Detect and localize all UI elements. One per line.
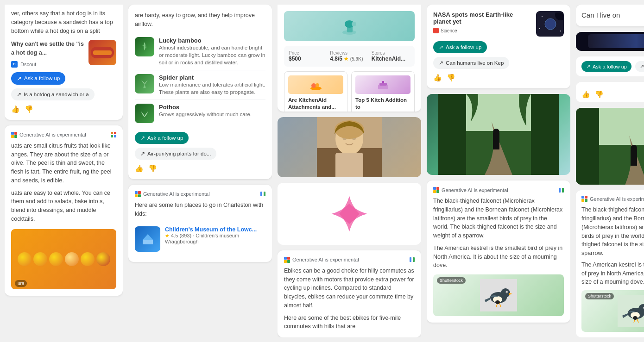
spider-info: Spider plant Low maintenance and tolerat… bbox=[159, 74, 265, 96]
nasa-thumbdown[interactable]: 👎 bbox=[447, 74, 455, 82]
bamboo-thumb bbox=[135, 37, 154, 56]
hotdog-sandwich-btn[interactable]: ↗ Is a hotdog a sandwich or a bbox=[11, 88, 95, 100]
falconet-bird-icon bbox=[480, 279, 517, 311]
kumquat-ai-icon bbox=[11, 132, 17, 138]
price-value: $500 bbox=[289, 56, 327, 62]
stores-value: KitchenAid... bbox=[372, 56, 410, 62]
svg-rect-32 bbox=[531, 94, 559, 175]
charleston-grid-green bbox=[138, 194, 141, 197]
space-partial-image bbox=[576, 32, 644, 51]
kumquat-fruit-4 bbox=[65, 252, 79, 266]
partial-ask-btn[interactable]: ↗ Ask a follow up bbox=[581, 61, 631, 72]
column-3: Price $500 Reviews 4.8/5 ★ (5.9K) Stores… bbox=[278, 5, 421, 337]
falconet-partial-badge: Generative AI is experimental bbox=[581, 196, 644, 202]
plants-ask-followup-btn[interactable]: ↗ Ask a follow up bbox=[135, 132, 189, 144]
plants-vote-row: 👍 👎 bbox=[135, 164, 265, 173]
plants-followup-icon: ↗ bbox=[140, 135, 145, 141]
review-count: (5.9K) bbox=[350, 56, 363, 62]
ebike-grid-red bbox=[287, 257, 290, 260]
nasa-humans-icon: ↗ bbox=[439, 60, 443, 66]
ebike-menu-icon[interactable] bbox=[410, 257, 415, 262]
nasa-ask-label: Ask a follow up bbox=[446, 44, 481, 50]
partial-vote-row: 👍 👎 bbox=[581, 90, 644, 99]
nasa-ask-icon: ↗ bbox=[439, 44, 443, 50]
charleston-text: Here are some fun places to go in Charle… bbox=[135, 201, 265, 218]
reviews-score: 4.8/5 bbox=[330, 56, 342, 62]
hotdog-thumbup[interactable]: 👍 bbox=[11, 105, 20, 113]
nasa-thumbup[interactable]: 👍 bbox=[433, 74, 442, 82]
pothos-info: Pothos Grows aggressively without much c… bbox=[159, 104, 252, 118]
svg-point-7 bbox=[311, 83, 316, 88]
hotdog-partial-card: ver, others say that a hot dog is in its… bbox=[5, 5, 123, 120]
kumquat-menu-icon[interactable] bbox=[111, 132, 116, 137]
plants-thumbup[interactable]: 👍 bbox=[135, 164, 144, 173]
plants-thumbdown[interactable]: 👎 bbox=[148, 164, 157, 173]
ebike-grid-yellow bbox=[284, 260, 287, 263]
charleston-menu-icon[interactable] bbox=[260, 192, 265, 196]
plant-item-pothos: Pothos Grows aggressively without much c… bbox=[135, 100, 265, 127]
plant-item-bamboo: Lucky bamboo Almost indestructible, and … bbox=[135, 33, 265, 70]
plants-airpurify-icon: ↗ bbox=[140, 150, 145, 157]
svg-rect-48 bbox=[631, 149, 637, 166]
reviews-star: ★ bbox=[344, 56, 348, 62]
falconet-menu-icon[interactable] bbox=[559, 188, 564, 193]
kumquat-fruit-2 bbox=[33, 252, 47, 266]
falconet-ai-icon bbox=[433, 187, 439, 193]
kitchenaid-link2[interactable]: Top 5 Kitch Addition to c cakemake bbox=[351, 71, 415, 112]
followup-partial-card: ↗ Ask a follow up ↗ Can humans live on K… bbox=[576, 56, 644, 76]
svg-point-25 bbox=[539, 28, 540, 29]
partial-humans-btn[interactable]: ↗ Can humans live on Kep bbox=[635, 61, 644, 72]
hotdog-image bbox=[88, 40, 116, 65]
ebike-text2: Here are some of the best ebikes for fiv… bbox=[284, 314, 415, 331]
falconet-partial-bird-icon bbox=[618, 295, 644, 327]
nasa-badge: Science bbox=[433, 28, 531, 33]
ebike-card: Generative AI is experimental Ebikes can… bbox=[278, 250, 421, 337]
nature-image bbox=[427, 94, 570, 175]
partial-vote-card: 👍 👎 bbox=[576, 82, 644, 102]
svg-point-34 bbox=[493, 129, 499, 135]
link2-thumb bbox=[355, 75, 410, 94]
svg-point-37 bbox=[501, 288, 510, 298]
falconet-p-grid-yellow bbox=[581, 199, 584, 202]
falconet-card: Generative AI is experimental The black-… bbox=[427, 180, 570, 323]
kitchenaid-link1[interactable]: Are KitchenAid Attachments and... K Kitc… bbox=[284, 71, 347, 112]
kitchenaid-card: Price $500 Reviews 4.8/5 ★ (5.9K) Stores… bbox=[278, 5, 421, 112]
hotdog-vote-row: 👍 👎 bbox=[11, 105, 116, 113]
museum-item: Children's Museum of the Lowc... ★ 4.5 (… bbox=[135, 223, 265, 255]
partial-thumbdown[interactable]: 👎 bbox=[595, 90, 604, 99]
nasa-humans-btn[interactable]: ↗ Can humans live on Kep bbox=[433, 57, 509, 69]
falconet-partial-text2: The American kestrel is the smallest bir… bbox=[581, 261, 644, 286]
ebike-ai-label: Generative AI is experimental bbox=[292, 257, 359, 262]
plants-card: are hardy, easy to grow, and they help i… bbox=[128, 5, 272, 179]
kumquat-text1: uats are small citrus fruits that look l… bbox=[11, 142, 116, 185]
hotdog-sandwich-icon: ↗ bbox=[17, 91, 21, 98]
partial-humans-icon: ↗ bbox=[640, 63, 644, 69]
partial-thumbup[interactable]: 👍 bbox=[581, 90, 590, 99]
ebike-text1: Ebikes can be a good choice for hilly co… bbox=[284, 267, 415, 310]
pothos-desc: Grows aggressively without much care. bbox=[159, 111, 252, 118]
plants-airpurify-label: Air-purifying plants for do... bbox=[147, 151, 211, 156]
link2-title: Top 5 Kitch Addition to bbox=[355, 97, 410, 111]
cake-icon bbox=[377, 79, 390, 91]
pothos-name: Pothos bbox=[159, 104, 252, 111]
hotdog-thumbdown[interactable]: 👎 bbox=[25, 105, 33, 113]
forest-partial-card bbox=[576, 108, 644, 185]
hotdog-ask-followup-btn[interactable]: ↗ Ask a follow up bbox=[11, 72, 65, 85]
partial-ask-icon: ↗ bbox=[586, 63, 590, 69]
kumquat-fruit-5 bbox=[81, 252, 95, 266]
falconet-ai-badge: Generative AI is experimental bbox=[433, 187, 564, 193]
falconet-partial-ai-label: Generative AI is experimental bbox=[590, 196, 644, 202]
hotdog-followup-label: Ask a follow up bbox=[24, 75, 60, 81]
svg-point-5 bbox=[352, 22, 356, 26]
svg-rect-16 bbox=[335, 153, 363, 177]
can-live-text: Can I live on bbox=[581, 10, 644, 21]
plants-airpurify-btn[interactable]: ↗ Air-purifying plants for do... bbox=[135, 148, 216, 160]
grid-icon-blue bbox=[11, 132, 14, 135]
column-5: Can I live on ↗ Ask a follow up ↗ Can hu… bbox=[576, 5, 644, 337]
svg-point-23 bbox=[542, 16, 543, 17]
bamboo-name: Lucky bamboo bbox=[159, 37, 265, 44]
falconet-grid-blue bbox=[433, 187, 436, 190]
nasa-ask-btn[interactable]: ↗ Ask a follow up bbox=[433, 41, 487, 53]
fruit-bowl-icon bbox=[309, 79, 323, 91]
ebike-grid-blue bbox=[284, 257, 287, 260]
